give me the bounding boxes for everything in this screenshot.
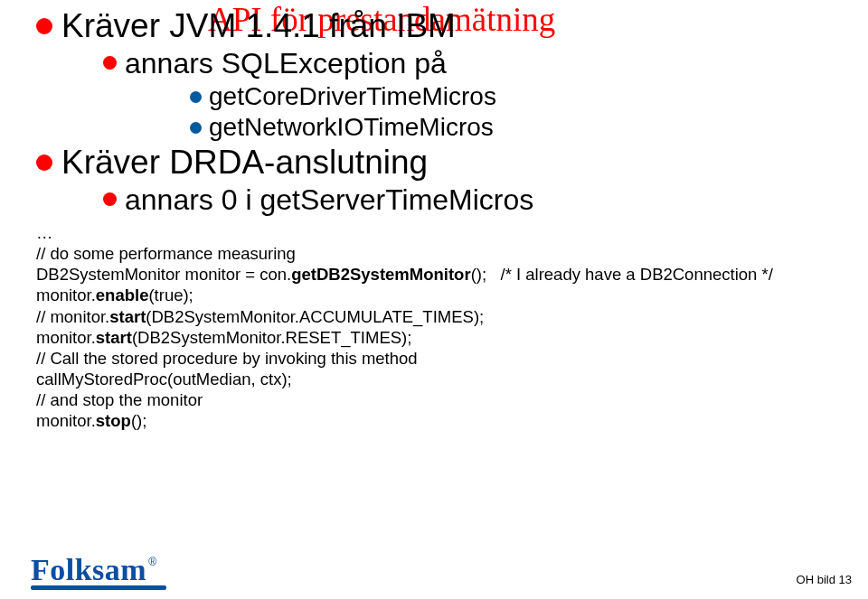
code-line: DB2SystemMonitor monitor = con.getDB2Sys… xyxy=(36,264,832,285)
bullet-dot-icon xyxy=(190,122,202,134)
code-text: (DB2SystemMonitor.ACCUMULATE_TIMES); xyxy=(146,307,484,326)
code-text: (); xyxy=(131,411,146,430)
bullet-dot-icon xyxy=(103,56,117,70)
code-text: DB2SystemMonitor monitor = con. xyxy=(36,265,291,284)
code-bold: enable xyxy=(96,285,149,304)
bullet-text: annars SQLException på xyxy=(125,47,447,80)
page-number: OH bild 13 xyxy=(797,573,852,586)
bullet-dot-icon xyxy=(103,192,117,206)
code-bold: start xyxy=(109,307,146,326)
code-line: // do some performance measuring xyxy=(36,243,832,264)
code-line: callMyStoredProc(outMedian, ctx); xyxy=(36,369,832,389)
bullet-dot-icon xyxy=(190,91,202,103)
code-text: monitor. xyxy=(36,285,96,304)
code-line: // and stop the monitor xyxy=(36,389,832,410)
bullet-lvl1: Kräver DRDA-anslutning xyxy=(36,144,832,182)
bullet-lvl3: getCoreDriverTimeMicros xyxy=(190,82,832,111)
code-bold: start xyxy=(96,328,132,347)
code-line: // monitor.start(DB2SystemMonitor.ACCUMU… xyxy=(36,306,832,327)
bullet-dot-icon xyxy=(36,18,52,34)
bullet-lvl2: annars 0 i getServerTimeMicros xyxy=(103,183,832,217)
bullet-lvl3: getNetworkIOTimeMicros xyxy=(190,113,832,142)
code-text: (DB2SystemMonitor.RESET_TIMES); xyxy=(132,328,411,347)
registered-icon: ® xyxy=(148,556,156,568)
code-text: // monitor. xyxy=(36,307,109,326)
bullet-text: getCoreDriverTimeMicros xyxy=(209,82,496,111)
bullet-text: getNetworkIOTimeMicros xyxy=(209,113,494,142)
code-text: monitor. xyxy=(36,328,96,347)
bullet-text: annars 0 i getServerTimeMicros xyxy=(125,183,533,217)
code-bold: stop xyxy=(96,411,131,430)
brand-name: Folksam xyxy=(31,553,146,586)
slide-body: Kräver JVM 1.4.1 från IBM annars SQLExce… xyxy=(36,5,832,431)
code-block: … // do some performance measuring DB2Sy… xyxy=(36,222,832,431)
code-line: monitor.enable(true); xyxy=(36,285,832,305)
code-bold: getDB2SystemMonitor xyxy=(291,265,470,284)
bullet-lvl2: annars SQLException på xyxy=(103,47,832,80)
code-line: monitor.stop(); xyxy=(36,410,832,431)
code-text: monitor. xyxy=(36,411,96,430)
bullet-text: Kräver JVM 1.4.1 från IBM xyxy=(61,7,456,45)
code-text: (); /* I already have a DB2Connection */ xyxy=(471,265,773,284)
brand-logo: Folksam® xyxy=(31,553,166,590)
code-line: … xyxy=(36,222,832,243)
bullet-dot-icon xyxy=(36,154,52,171)
code-text: (true); xyxy=(148,285,193,304)
slide: API för prestandamätning Kräver JVM 1.4.… xyxy=(0,0,868,599)
bullet-text: Kräver DRDA-anslutning xyxy=(61,144,428,182)
code-line: // Call the stored procedure by invoking… xyxy=(36,348,832,369)
bullet-lvl1: Kräver JVM 1.4.1 från IBM xyxy=(36,7,832,45)
code-line: monitor.start(DB2SystemMonitor.RESET_TIM… xyxy=(36,327,832,348)
